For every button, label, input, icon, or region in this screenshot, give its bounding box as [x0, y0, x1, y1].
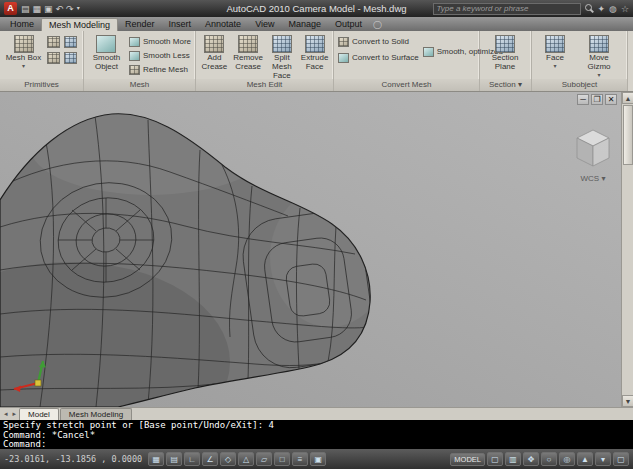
- mesh-small-buttons: Smooth More Smooth Less Refine Mesh: [129, 33, 191, 78]
- panel-label-mesh-edit[interactable]: Mesh Edit: [196, 79, 333, 91]
- mesh-sphere-icon[interactable]: [64, 52, 77, 64]
- viewcube[interactable]: WCS ▾: [573, 128, 613, 183]
- move-gizmo-icon: [589, 35, 609, 53]
- communication-center-icon[interactable]: ◍: [609, 4, 617, 14]
- qat-dropdown-icon[interactable]: ▾: [77, 4, 80, 14]
- panel-mesh: Smooth Object Smooth More Smooth Less Re…: [84, 31, 196, 91]
- tab-mesh-modeling[interactable]: Mesh Modeling: [41, 18, 118, 31]
- split-mesh-face-button[interactable]: Split Mesh Face: [267, 33, 296, 78]
- ortho-toggle-icon[interactable]: ∟: [184, 452, 200, 466]
- refine-mesh-button[interactable]: Refine Mesh: [129, 63, 191, 76]
- save-icon[interactable]: ▦: [33, 4, 42, 14]
- section-plane-icon: [495, 35, 515, 53]
- layout-tab-mesh-modeling[interactable]: Mesh Modeling: [60, 408, 132, 420]
- scroll-down-icon[interactable]: ▼: [622, 395, 633, 407]
- plot-icon[interactable]: ▣: [44, 4, 53, 14]
- grid-toggle-icon[interactable]: ▤: [166, 452, 182, 466]
- extrude-face-button[interactable]: Extrude Face: [300, 33, 329, 78]
- model-space-button[interactable]: MODEL: [450, 453, 485, 466]
- redo-icon[interactable]: ↷: [66, 4, 74, 14]
- dyn-toggle-icon[interactable]: □: [274, 452, 290, 466]
- coordinate-readout[interactable]: -23.0161, -13.1856 , 0.0000: [4, 454, 142, 464]
- annotation-scale-icon[interactable]: ▲: [577, 452, 593, 466]
- mesh-pyramid-icon[interactable]: [47, 52, 60, 64]
- qp-toggle-icon[interactable]: ▣: [310, 452, 326, 466]
- extrude-face-icon: [305, 35, 325, 53]
- quick-view-layouts-icon[interactable]: ▢: [487, 452, 503, 466]
- convert-to-surface-button[interactable]: Convert to Surface: [338, 51, 419, 64]
- wcs-menu[interactable]: WCS ▾: [573, 174, 613, 183]
- panel-label-section[interactable]: Section ▾: [480, 79, 531, 91]
- smooth-more-button[interactable]: Smooth More: [129, 35, 191, 48]
- snap-toggle-icon[interactable]: ▦: [148, 452, 164, 466]
- ribbon-minimize-icon[interactable]: ◯: [373, 18, 382, 31]
- tab-annotate[interactable]: Annotate: [198, 18, 248, 31]
- smooth-object-button[interactable]: Smooth Object: [88, 33, 125, 78]
- viewport-close-icon[interactable]: ✕: [605, 94, 617, 105]
- layout-tab-model[interactable]: Model: [19, 408, 59, 420]
- subscription-center-icon[interactable]: ✦: [598, 4, 606, 14]
- pan-icon[interactable]: ✥: [523, 452, 539, 466]
- mesh-box-button[interactable]: Mesh Box ▾: [4, 33, 43, 78]
- viewcube-icon[interactable]: [573, 128, 613, 168]
- ucs-icon: [8, 355, 60, 399]
- tab-output[interactable]: Output: [328, 18, 369, 31]
- mesh-cylinder-icon[interactable]: [64, 36, 77, 48]
- layout-tab-next-icon[interactable]: ▸: [11, 408, 19, 420]
- face-filter-button[interactable]: Face ▾: [536, 33, 574, 78]
- tab-render[interactable]: Render: [118, 18, 162, 31]
- workspace-switch-icon[interactable]: ▾: [595, 452, 611, 466]
- add-crease-button[interactable]: Add Crease: [200, 33, 229, 78]
- favorites-icon[interactable]: ☆: [621, 4, 629, 14]
- viewport-restore-icon[interactable]: ❐: [591, 94, 603, 105]
- panel-subobject: Face ▾ Move Gizmo ▾ Subobject: [532, 31, 628, 91]
- lwt-toggle-icon[interactable]: ≡: [292, 452, 308, 466]
- viewport-minimize-icon[interactable]: ─: [577, 94, 589, 105]
- remove-crease-button[interactable]: Remove Crease: [233, 33, 264, 78]
- polar-toggle-icon[interactable]: ∠: [202, 452, 218, 466]
- convert-to-solid-button[interactable]: Convert to Solid: [338, 35, 419, 48]
- undo-icon[interactable]: ↶: [56, 4, 64, 14]
- osnap-toggle-icon[interactable]: ◇: [220, 452, 236, 466]
- face-filter-dropdown-icon[interactable]: ▾: [553, 64, 556, 69]
- scrollbar-thumb[interactable]: [623, 105, 633, 165]
- open-icon[interactable]: ▤: [21, 4, 30, 14]
- panel-label-mesh[interactable]: Mesh: [84, 79, 195, 91]
- panel-label-subobject[interactable]: Subobject: [532, 79, 627, 91]
- scroll-up-icon[interactable]: ▲: [622, 92, 633, 104]
- panel-primitives: Mesh Box ▾ Primitives: [0, 31, 84, 91]
- tab-home[interactable]: Home: [3, 18, 41, 31]
- mesh-box-dropdown-icon[interactable]: ▾: [22, 64, 25, 69]
- move-gizmo-dropdown-icon[interactable]: ▾: [597, 73, 600, 78]
- viewport-scrollbar[interactable]: ▲ ▼: [621, 92, 633, 407]
- smooth-less-button[interactable]: Smooth Less: [129, 49, 191, 62]
- layout-tab-prev-icon[interactable]: ◂: [2, 408, 10, 420]
- tab-insert[interactable]: Insert: [162, 18, 199, 31]
- statusbar-right-cluster: MODEL ▢ ▥ ✥ ○ ◎ ▲ ▾ ▢: [450, 452, 629, 466]
- search-input[interactable]: [433, 3, 581, 15]
- zoom-icon[interactable]: ○: [541, 452, 557, 466]
- primitive-options: [47, 33, 79, 78]
- ducs-toggle-icon[interactable]: ▱: [256, 452, 272, 466]
- mesh-cone-icon[interactable]: [47, 36, 60, 48]
- command-line[interactable]: Specify stretch point or [Base point/Und…: [0, 420, 633, 449]
- mesh-model-canvas[interactable]: [0, 92, 621, 407]
- autocad-logo-icon[interactable]: A: [4, 2, 17, 15]
- section-plane-button[interactable]: Section Plane: [484, 33, 526, 78]
- panel-label-primitives[interactable]: Primitives: [0, 79, 83, 91]
- panel-section: Section Plane Section ▾: [480, 31, 532, 91]
- command-history-line: Command: *Cancel*: [3, 431, 630, 441]
- search-icon[interactable]: [585, 4, 594, 13]
- remove-crease-icon: [238, 35, 258, 53]
- drawing-viewport[interactable]: ─ ❐ ✕ WCS ▾ ▲ ▼: [0, 92, 633, 407]
- infocenter: ✦ ◍ ☆: [433, 3, 629, 15]
- tab-manage[interactable]: Manage: [281, 18, 328, 31]
- clean-screen-icon[interactable]: ▢: [613, 452, 629, 466]
- move-gizmo-button[interactable]: Move Gizmo ▾: [578, 33, 620, 78]
- face-filter-icon: [545, 35, 565, 53]
- otrack-toggle-icon[interactable]: △: [238, 452, 254, 466]
- quick-view-drawings-icon[interactable]: ▥: [505, 452, 521, 466]
- tab-view[interactable]: View: [248, 18, 281, 31]
- steering-wheel-icon[interactable]: ◎: [559, 452, 575, 466]
- panel-label-convert-mesh[interactable]: Convert Mesh: [334, 79, 479, 91]
